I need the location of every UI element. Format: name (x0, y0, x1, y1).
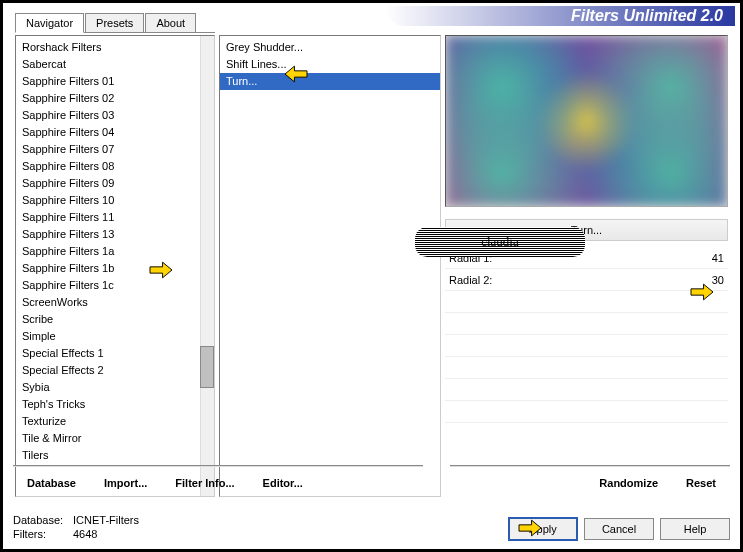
category-item[interactable]: Sabercat (16, 56, 214, 73)
category-item[interactable]: Sybia (16, 379, 214, 396)
import-button[interactable]: Import... (90, 473, 161, 493)
filter-list[interactable]: Grey Shudder...Shift Lines...Turn... (219, 35, 441, 497)
param-row-empty (445, 335, 728, 357)
app-title: Filters Unlimited 2.0 (385, 6, 735, 26)
randomize-button[interactable]: Randomize (585, 473, 672, 493)
category-item[interactable]: Sapphire Filters 09 (16, 175, 214, 192)
help-button[interactable]: Help (660, 518, 730, 540)
preview-image (445, 35, 728, 207)
filter-item[interactable]: Shift Lines... (220, 56, 440, 73)
tab-presets[interactable]: Presets (85, 13, 144, 32)
category-item[interactable]: Sapphire Filters 1b (16, 260, 214, 277)
category-item[interactable]: Tilers (16, 447, 214, 464)
category-item[interactable]: Sapphire Filters 07 (16, 141, 214, 158)
filter-item[interactable]: Grey Shudder... (220, 39, 440, 56)
cancel-button[interactable]: Cancel (584, 518, 654, 540)
category-item[interactable]: Texturize (16, 413, 214, 430)
toolbar-right: Randomize Reset (450, 465, 730, 493)
category-item[interactable]: Teph's Tricks (16, 396, 214, 413)
reset-button[interactable]: Reset (672, 473, 730, 493)
filters-count-label: Filters: (13, 527, 73, 541)
tab-navigator[interactable]: Navigator (15, 13, 84, 33)
category-item[interactable]: Sapphire Filters 04 (16, 124, 214, 141)
apply-button[interactable]: Apply (508, 517, 578, 541)
category-item[interactable]: ScreenWorks (16, 294, 214, 311)
param-value: 41 (694, 252, 724, 264)
category-scrollbar[interactable] (200, 36, 214, 496)
footer-stats: Database:ICNET-Filters Filters:4648 (13, 513, 139, 541)
detail-pane: claudia Turn... Radial 1:41Radial 2:30 (445, 35, 728, 497)
category-item[interactable]: Sapphire Filters 11 (16, 209, 214, 226)
watermark-badge: claudia (415, 227, 585, 257)
category-item[interactable]: Sapphire Filters 1c (16, 277, 214, 294)
category-item[interactable]: Rorshack Filters (16, 39, 214, 56)
category-item[interactable]: Sapphire Filters 08 (16, 158, 214, 175)
database-button[interactable]: Database (13, 473, 90, 493)
category-item[interactable]: Sapphire Filters 10 (16, 192, 214, 209)
filter-info-button[interactable]: Filter Info... (161, 473, 248, 493)
toolbar-left: Database Import... Filter Info... Editor… (13, 465, 423, 493)
scrollbar-thumb[interactable] (200, 346, 214, 388)
db-label: Database: (13, 513, 73, 527)
param-row-empty (445, 357, 728, 379)
param-row-empty (445, 313, 728, 335)
tab-bar: Navigator Presets About (15, 13, 215, 33)
param-row-empty (445, 401, 728, 423)
filters-count-value: 4648 (73, 528, 97, 540)
category-item[interactable]: Special Effects 2 (16, 362, 214, 379)
category-item[interactable]: Sapphire Filters 03 (16, 107, 214, 124)
db-value: ICNET-Filters (73, 514, 139, 526)
param-row-empty (445, 379, 728, 401)
filter-item[interactable]: Turn... (220, 73, 440, 90)
param-value: 30 (694, 274, 724, 286)
watermark-text: claudia (481, 234, 519, 250)
param-list: Radial 1:41Radial 2:30 (445, 247, 728, 423)
param-row[interactable]: Radial 2:30 (445, 269, 728, 291)
category-item[interactable]: Tile & Mirror (16, 430, 214, 447)
category-item[interactable]: Special Effects 1 (16, 345, 214, 362)
main-content: Rorshack FiltersSabercatSapphire Filters… (13, 33, 730, 499)
category-list[interactable]: Rorshack FiltersSabercatSapphire Filters… (15, 35, 215, 497)
footer: Database:ICNET-Filters Filters:4648 Appl… (13, 505, 730, 541)
tab-about[interactable]: About (145, 13, 196, 32)
category-item[interactable]: Sapphire Filters 02 (16, 90, 214, 107)
param-row-empty (445, 291, 728, 313)
category-item[interactable]: Sapphire Filters 1a (16, 243, 214, 260)
category-item[interactable]: Scribe (16, 311, 214, 328)
category-item[interactable]: Sapphire Filters 13 (16, 226, 214, 243)
category-item[interactable]: Sapphire Filters 01 (16, 73, 214, 90)
category-item[interactable]: Simple (16, 328, 214, 345)
param-label: Radial 2: (449, 274, 694, 286)
editor-button[interactable]: Editor... (249, 473, 317, 493)
footer-buttons: Apply Cancel Help (508, 517, 730, 541)
